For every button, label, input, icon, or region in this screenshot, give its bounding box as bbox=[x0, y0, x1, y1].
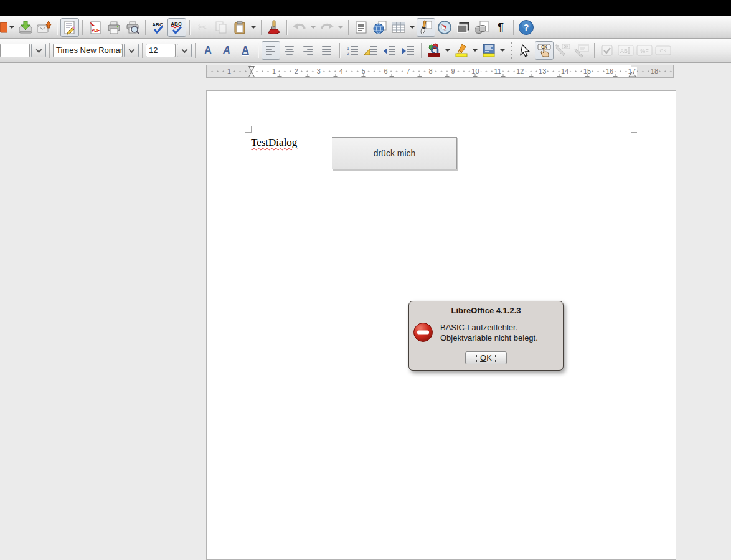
ruler-number: 6 bbox=[383, 67, 389, 76]
default-tab-mark bbox=[501, 74, 506, 77]
redo-button[interactable] bbox=[318, 18, 336, 37]
ab-label: AB bbox=[620, 48, 628, 54]
underline-button[interactable]: A bbox=[236, 41, 255, 60]
dialog-title: LibreOffice 4.1.2.3 bbox=[409, 306, 563, 315]
ruler-number: 1 bbox=[226, 67, 232, 76]
ruler-number: 7 bbox=[405, 67, 412, 76]
paragraph-style-dropdown[interactable] bbox=[31, 44, 46, 57]
question-mark: ? bbox=[524, 22, 529, 32]
horizontal-ruler[interactable]: 1123456789101112131415161718 bbox=[206, 65, 674, 78]
align-right-button[interactable] bbox=[299, 41, 318, 60]
highlighting-dropdown[interactable] bbox=[473, 49, 478, 52]
export-pdf-button[interactable]: PDF bbox=[86, 18, 105, 37]
numbered-list-button[interactable]: 12 bbox=[343, 41, 362, 60]
ok-button[interactable]: OK bbox=[465, 351, 507, 364]
navigator-button[interactable] bbox=[435, 18, 454, 37]
font-name-input[interactable]: Times New Roman bbox=[53, 44, 123, 57]
form-textbox-button[interactable]: AB bbox=[616, 41, 635, 60]
document-workspace: 1123456789101112131415161718 TestDialog … bbox=[0, 63, 731, 560]
copy-button[interactable] bbox=[212, 18, 230, 37]
undo-dropdown[interactable] bbox=[311, 26, 316, 29]
default-tab-mark bbox=[333, 74, 337, 77]
form-button-button[interactable]: OK bbox=[654, 41, 672, 60]
hyperlink-button[interactable] bbox=[370, 18, 389, 37]
font-name-dropdown[interactable] bbox=[124, 44, 139, 57]
italic-button[interactable]: A bbox=[217, 41, 236, 60]
dialog-message: BASIC-Laufzeitfehler. Objektvariable nic… bbox=[440, 322, 538, 343]
font-size-input[interactable]: 12 bbox=[146, 44, 176, 57]
align-justify-button[interactable] bbox=[318, 41, 336, 60]
formatting-marks-button[interactable]: ¶ bbox=[491, 18, 510, 37]
align-center-button[interactable] bbox=[280, 41, 299, 60]
svg-text:1: 1 bbox=[347, 46, 349, 50]
redo-dropdown[interactable] bbox=[338, 26, 343, 29]
increase-indent-icon bbox=[403, 45, 414, 55]
standard-toolbar: PDF ABC bbox=[0, 16, 731, 39]
control-properties-button[interactable] bbox=[572, 41, 591, 60]
ruler-number: 4 bbox=[338, 67, 344, 76]
ok-mnemonic: O bbox=[480, 353, 486, 363]
error-icon bbox=[413, 322, 433, 343]
ruler-number: 12 bbox=[515, 67, 525, 76]
save-button[interactable] bbox=[16, 18, 35, 37]
align-left-icon bbox=[266, 46, 276, 55]
form-select-button[interactable] bbox=[516, 41, 535, 60]
spellcheck-button[interactable]: ABC bbox=[149, 18, 167, 37]
indent-marker-right[interactable] bbox=[628, 71, 636, 77]
form-formatted-field-button[interactable]: %F bbox=[635, 41, 654, 60]
bold-button[interactable]: A bbox=[199, 41, 217, 60]
drueck-mich-button[interactable]: drück mich bbox=[332, 137, 457, 169]
document-text[interactable]: TestDialog bbox=[251, 136, 297, 149]
email-button[interactable] bbox=[35, 18, 54, 37]
form-push-button[interactable]: OK bbox=[535, 41, 554, 60]
background-color-button[interactable] bbox=[479, 41, 498, 60]
indent-marker-left[interactable] bbox=[248, 65, 255, 78]
ruler-ticks-layer: 1123456789101112131415161718 bbox=[207, 65, 673, 77]
auto-spellcheck-button[interactable]: ABC bbox=[167, 18, 186, 37]
text-boundary-corner-right bbox=[631, 126, 637, 133]
paste-dropdown[interactable] bbox=[251, 26, 256, 29]
insert-table-button[interactable] bbox=[389, 18, 408, 37]
font-color-button[interactable] bbox=[425, 41, 443, 60]
edit-mode-button[interactable] bbox=[60, 18, 79, 37]
new-document-icon[interactable] bbox=[0, 18, 7, 37]
increase-indent-button[interactable] bbox=[399, 41, 418, 60]
form-design-mode-button[interactable]: OK bbox=[554, 41, 572, 60]
highlighting-button[interactable] bbox=[452, 41, 471, 60]
paste-button[interactable] bbox=[230, 18, 249, 37]
window-titlebar bbox=[0, 0, 731, 16]
bullets-button[interactable] bbox=[362, 41, 380, 60]
print-preview-button[interactable] bbox=[123, 18, 142, 37]
cut-button[interactable]: ✂ bbox=[193, 18, 212, 37]
new-document-dropdown[interactable] bbox=[9, 26, 14, 29]
paragraph-style-input[interactable] bbox=[0, 44, 30, 57]
ruler-number: 2 bbox=[293, 67, 299, 76]
font-size-dropdown[interactable] bbox=[177, 44, 192, 57]
align-left-button[interactable] bbox=[262, 41, 280, 60]
decrease-indent-icon bbox=[384, 45, 395, 55]
gallery-button[interactable] bbox=[454, 18, 473, 37]
text-boundary-corner-left bbox=[245, 126, 252, 133]
background-color-dropdown[interactable] bbox=[500, 49, 505, 52]
format-paintbrush-button[interactable] bbox=[265, 18, 283, 37]
data-sources-button[interactable] bbox=[473, 18, 491, 37]
default-tab-mark bbox=[473, 74, 478, 77]
form-checkbox-button[interactable] bbox=[598, 41, 616, 60]
ruler-number: 18 bbox=[649, 67, 659, 76]
table-dropdown[interactable] bbox=[410, 26, 415, 29]
find-replace-button[interactable] bbox=[352, 18, 370, 37]
drawing-functions-button[interactable] bbox=[417, 18, 435, 37]
undo-button[interactable] bbox=[290, 18, 309, 37]
help-button[interactable]: ? bbox=[517, 18, 535, 37]
default-tab-mark bbox=[557, 74, 562, 77]
abc-label: ABC bbox=[171, 21, 182, 27]
basic-error-dialog: LibreOffice 4.1.2.3 BASIC-Laufzeitfehler… bbox=[408, 301, 564, 371]
default-tab-mark bbox=[585, 74, 590, 77]
print-button[interactable] bbox=[105, 18, 123, 37]
toolbar-handle[interactable] bbox=[509, 42, 514, 59]
ruler-number: 13 bbox=[537, 67, 547, 76]
chevron-down-icon bbox=[35, 47, 42, 53]
decrease-indent-button[interactable] bbox=[380, 41, 399, 60]
font-color-dropdown[interactable] bbox=[445, 49, 450, 52]
libreoffice-writer-window: PDF ABC bbox=[0, 0, 731, 560]
